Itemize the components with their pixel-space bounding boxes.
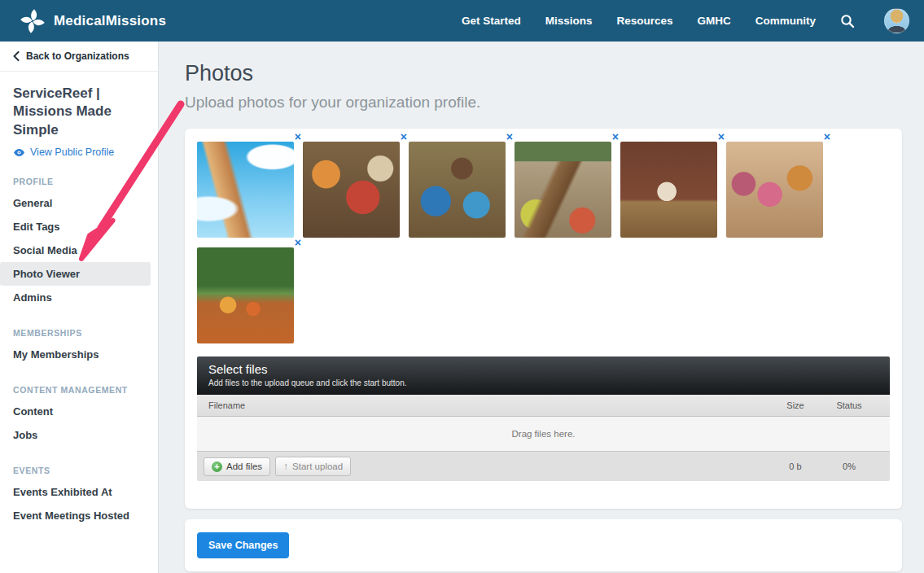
- delete-photo-icon[interactable]: ×: [295, 131, 301, 142]
- delete-photo-icon[interactable]: ×: [718, 131, 725, 142]
- delete-photo-icon[interactable]: ×: [401, 131, 407, 142]
- nav-gmhc[interactable]: GMHC: [698, 15, 731, 27]
- uploader-totals: 0 b 0%: [771, 461, 878, 471]
- uploader-subtitle: Add files to the upload queue and click …: [208, 378, 878, 387]
- page-subtitle: Upload photos for your organization prof…: [185, 94, 902, 112]
- section-header-content-management: CONTENT MANAGEMENT: [13, 385, 145, 395]
- brand-home-link[interactable]: MedicalMissions: [20, 8, 166, 34]
- uploader-header: Select files Add files to the upload que…: [197, 356, 890, 395]
- photo-image: [620, 142, 717, 238]
- photo-image: [726, 142, 823, 238]
- photo-thumbnail: ×: [197, 142, 294, 238]
- nav-missions[interactable]: Missions: [545, 15, 593, 27]
- column-filename: Filename: [208, 400, 771, 410]
- photo-thumbnail: ×: [515, 142, 611, 238]
- photo-thumbnail: ×: [620, 142, 717, 238]
- organization-name: ServiceReef | Missions Made Simple: [13, 85, 145, 139]
- photo-image: [515, 142, 611, 238]
- sidebar: Back to Organizations ServiceReef | Miss…: [0, 42, 159, 573]
- chevron-left-icon: [13, 51, 20, 61]
- back-link-label: Back to Organizations: [26, 50, 129, 62]
- sidebar-item-edit-tags[interactable]: Edit Tags: [0, 215, 158, 238]
- total-progress-value: 0%: [820, 461, 878, 471]
- upload-arrow-icon: ↑: [283, 461, 288, 472]
- start-upload-label: Start upload: [292, 461, 343, 471]
- uploader-title: Select files: [208, 362, 878, 376]
- photo-thumbnail: ×: [726, 142, 823, 238]
- photos-card: × × × × ×: [185, 129, 902, 509]
- sidebar-item-photo-viewer[interactable]: Photo Viewer: [0, 262, 151, 286]
- section-header-events: EVENTS: [13, 466, 145, 475]
- page-title: Photos: [185, 61, 902, 86]
- section-header-profile: PROFILE: [13, 177, 145, 186]
- photo-thumbnail: ×: [197, 247, 294, 343]
- sidebar-item-jobs[interactable]: Jobs: [0, 423, 158, 447]
- nav-get-started[interactable]: Get Started: [462, 15, 521, 27]
- sidebar-item-general[interactable]: General: [0, 191, 158, 215]
- sidebar-item-event-meetings-hosted[interactable]: Event Meetings Hosted: [0, 504, 158, 527]
- brand-name: MedicalMissions: [54, 13, 166, 29]
- photo-grid: × × × × ×: [197, 142, 890, 343]
- nav-resources[interactable]: Resources: [616, 15, 672, 27]
- top-navigation: Get Started Missions Resources GMHC Comm…: [462, 8, 909, 33]
- photo-thumbnail: ×: [409, 142, 506, 238]
- top-navbar: MedicalMissions Get Started Missions Res…: [0, 0, 924, 42]
- search-icon[interactable]: [840, 13, 856, 29]
- medicalmissions-logo-icon: [20, 8, 46, 34]
- main-content: Photos Upload photos for your organizati…: [159, 42, 924, 573]
- sidebar-item-social-media[interactable]: Social Media: [0, 238, 158, 262]
- view-public-profile-link[interactable]: View Public Profile: [13, 147, 145, 158]
- total-size-value: 0 b: [771, 461, 820, 471]
- nav-community[interactable]: Community: [755, 15, 816, 27]
- sidebar-item-my-memberships[interactable]: My Memberships: [0, 343, 158, 366]
- column-status: Status: [820, 400, 878, 410]
- photo-image: [197, 142, 294, 238]
- photo-image: [197, 247, 294, 343]
- drag-files-dropzone[interactable]: Drag files here.: [197, 417, 890, 451]
- column-size: Size: [771, 400, 820, 410]
- uploader-column-headers: Filename Size Status: [197, 395, 890, 417]
- delete-photo-icon[interactable]: ×: [295, 237, 301, 248]
- sidebar-item-events-exhibited-at[interactable]: Events Exhibited At: [0, 480, 158, 504]
- eye-icon: [13, 148, 25, 157]
- sidebar-item-admins[interactable]: Admins: [0, 286, 158, 309]
- delete-photo-icon[interactable]: ×: [612, 131, 619, 142]
- photo-image: [303, 142, 400, 238]
- add-files-label: Add files: [226, 461, 262, 471]
- user-avatar[interactable]: [884, 8, 909, 33]
- delete-photo-icon[interactable]: ×: [506, 131, 513, 142]
- save-changes-button[interactable]: Save Changes: [197, 532, 289, 558]
- photo-thumbnail: ×: [303, 142, 400, 238]
- add-files-button[interactable]: + Add files: [204, 457, 270, 476]
- sidebar-item-content[interactable]: Content: [0, 400, 158, 423]
- uploader-toolbar: + Add files ↑ Start upload 0 b 0%: [197, 451, 890, 481]
- delete-photo-icon[interactable]: ×: [824, 131, 830, 142]
- add-plus-icon: +: [212, 461, 222, 472]
- start-upload-button[interactable]: ↑ Start upload: [275, 457, 351, 476]
- file-uploader-widget: Select files Add files to the upload que…: [197, 356, 890, 481]
- back-to-organizations-link[interactable]: Back to Organizations: [0, 42, 158, 72]
- view-profile-label: View Public Profile: [30, 147, 114, 158]
- section-header-memberships: MEMBERSHIPS: [13, 328, 145, 338]
- photo-image: [409, 142, 506, 238]
- save-card: Save Changes: [185, 519, 902, 571]
